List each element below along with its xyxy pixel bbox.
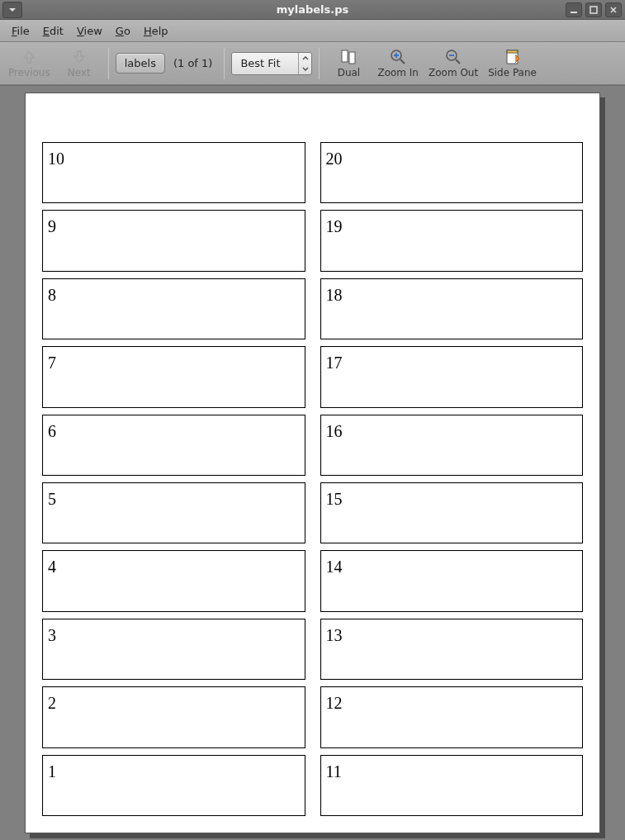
label-cell: 19 xyxy=(320,210,584,271)
side-pane-icon xyxy=(504,48,522,66)
zoom-in-button[interactable]: Zoom In xyxy=(374,45,422,83)
label-number: 16 xyxy=(326,422,343,441)
dual-button[interactable]: Dual xyxy=(326,45,371,83)
minimize-button[interactable] xyxy=(566,2,582,17)
label-number: 3 xyxy=(48,626,56,645)
label-cell: 12 xyxy=(320,686,584,747)
label-number: 15 xyxy=(326,490,343,509)
label-cell: 7 xyxy=(42,346,305,407)
page-indicator: (1 of 1) xyxy=(168,57,217,69)
arrow-up-icon xyxy=(20,48,38,66)
dual-label: Dual xyxy=(338,67,361,78)
zoom-in-icon xyxy=(389,48,407,66)
label-number: 19 xyxy=(326,217,343,236)
label-cell: 5 xyxy=(42,482,305,543)
svg-line-5 xyxy=(400,59,405,64)
next-label: Next xyxy=(68,67,91,78)
menu-help[interactable]: Help xyxy=(139,23,173,39)
label-number: 9 xyxy=(48,217,56,236)
close-button[interactable] xyxy=(605,2,622,17)
toolbar-separator xyxy=(319,48,320,79)
labels-grid: 10 9 8 7 6 5 4 3 2 1 20 19 18 17 16 xyxy=(42,142,583,816)
label-cell: 4 xyxy=(42,550,305,611)
label-cell: 20 xyxy=(320,142,584,203)
label-cell: 1 xyxy=(42,755,305,816)
label-cell: 11 xyxy=(320,755,584,816)
chevron-up-icon xyxy=(299,53,311,64)
label-cell: 8 xyxy=(42,278,305,339)
svg-rect-3 xyxy=(349,52,355,64)
label-number: 5 xyxy=(48,490,56,509)
toolbar-separator xyxy=(224,48,225,79)
labels-tag-button[interactable]: labels xyxy=(116,53,165,74)
menu-go[interactable]: Go xyxy=(111,23,135,39)
next-button[interactable]: Next xyxy=(57,45,102,83)
svg-rect-0 xyxy=(571,12,577,13)
svg-rect-12 xyxy=(507,50,518,53)
menu-view[interactable]: View xyxy=(72,23,107,39)
side-pane-button[interactable]: Side Pane xyxy=(485,45,540,83)
label-cell: 2 xyxy=(42,686,305,747)
label-cell: 6 xyxy=(42,415,305,476)
window-menu-button[interactable] xyxy=(2,2,22,18)
zoom-mode-text: Best Fit xyxy=(232,53,298,74)
label-cell: 17 xyxy=(320,346,584,407)
label-number: 6 xyxy=(48,422,56,441)
zoom-out-button[interactable]: Zoom Out xyxy=(425,45,481,83)
zoom-mode-combo[interactable]: Best Fit xyxy=(231,52,312,75)
svg-line-9 xyxy=(456,59,460,64)
zoom-in-label: Zoom In xyxy=(377,67,419,78)
dual-page-icon xyxy=(339,48,357,66)
previous-button[interactable]: Previous xyxy=(5,45,54,83)
labels-left-column: 10 9 8 7 6 5 4 3 2 1 xyxy=(42,142,305,816)
menubar: File Edit View Go Help xyxy=(0,20,625,42)
maximize-button[interactable] xyxy=(585,2,602,17)
label-cell: 10 xyxy=(42,142,305,203)
svg-rect-1 xyxy=(590,7,597,13)
titlebar: mylabels.ps xyxy=(0,0,625,20)
label-cell: 16 xyxy=(320,415,584,476)
arrow-down-icon xyxy=(70,48,88,66)
side-pane-label: Side Pane xyxy=(488,67,537,78)
previous-label: Previous xyxy=(8,67,50,78)
toolbar: Previous Next labels (1 of 1) Best Fit D… xyxy=(0,42,625,85)
document-page: 10 9 8 7 6 5 4 3 2 1 20 19 18 17 16 xyxy=(25,93,600,833)
toolbar-separator xyxy=(108,48,109,79)
label-number: 1 xyxy=(48,762,56,781)
menu-edit[interactable]: Edit xyxy=(38,23,69,39)
label-number: 17 xyxy=(326,354,343,373)
svg-rect-2 xyxy=(342,50,348,62)
label-cell: 18 xyxy=(320,278,584,339)
label-cell: 15 xyxy=(320,482,584,543)
menu-file[interactable]: File xyxy=(7,23,35,39)
label-number: 12 xyxy=(326,694,343,713)
label-number: 4 xyxy=(48,558,56,577)
combo-stepper[interactable] xyxy=(298,53,311,74)
window-controls xyxy=(566,2,622,17)
labels-tag-text: labels xyxy=(125,57,156,69)
label-cell: 13 xyxy=(320,619,584,680)
zoom-out-label: Zoom Out xyxy=(429,67,478,78)
page-shadow: 10 9 8 7 6 5 4 3 2 1 20 19 18 17 16 xyxy=(25,93,600,833)
label-cell: 9 xyxy=(42,210,305,271)
label-number: 18 xyxy=(326,286,343,305)
zoom-out-icon xyxy=(444,48,462,66)
label-cell: 14 xyxy=(320,550,584,611)
label-number: 14 xyxy=(326,558,343,577)
label-number: 13 xyxy=(326,626,343,645)
label-number: 10 xyxy=(48,149,64,168)
label-number: 20 xyxy=(326,149,343,168)
label-number: 11 xyxy=(326,762,342,781)
document-viewport[interactable]: 10 9 8 7 6 5 4 3 2 1 20 19 18 17 16 xyxy=(0,85,625,840)
chevron-down-icon xyxy=(299,64,311,74)
label-number: 8 xyxy=(48,286,56,305)
labels-right-column: 20 19 18 17 16 15 14 13 12 11 xyxy=(320,142,584,816)
menu-file-rest: ile xyxy=(17,25,30,37)
label-number: 7 xyxy=(48,354,56,373)
window-title: mylabels.ps xyxy=(0,3,625,16)
label-cell: 3 xyxy=(42,619,305,680)
label-number: 2 xyxy=(48,694,56,713)
